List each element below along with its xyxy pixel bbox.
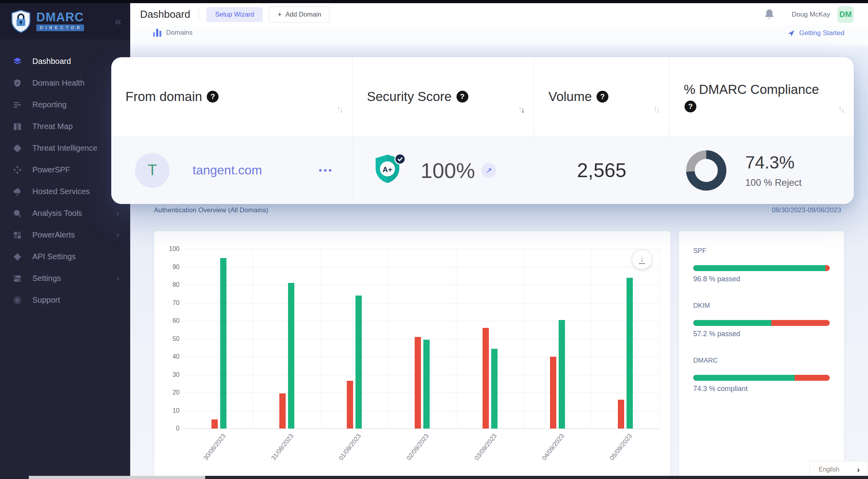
setup-wizard-button[interactable]: Setup Wizard (206, 7, 263, 22)
notifications-bell-icon[interactable] (763, 8, 775, 21)
gridline-vertical (591, 249, 592, 428)
gridline-vertical (320, 249, 321, 428)
horizontal-scrollbar-thumb[interactable] (205, 476, 868, 479)
sidebar-item-label: Domain Health (32, 79, 84, 88)
x-axis-tick-label: 04/09/2023 (541, 432, 566, 462)
bar-invalid (618, 400, 624, 428)
brand-text: DMARC DIRECTOR (36, 11, 84, 31)
gridline-vertical (524, 249, 524, 428)
brand-title: DMARC (36, 11, 84, 23)
bar-invalid (550, 357, 556, 428)
download-icon: ↓ (640, 255, 644, 262)
sidebar-item-label: PowerAlerts (32, 230, 75, 240)
y-axis-tick-label: 30 (172, 371, 180, 378)
brand-logo: DMARC DIRECTOR « (0, 3, 130, 39)
metric-progress-bar (693, 320, 830, 326)
bar-compliant (288, 283, 294, 428)
sidebar-item-analysis-tools[interactable]: Analysis Tools› (0, 202, 130, 224)
user-name[interactable]: Doug McKay (792, 11, 830, 19)
cloud-icon (13, 187, 22, 196)
sidebar-item-powerspf[interactable]: PowerSPF (0, 159, 130, 181)
sidebar-item-threat-intelligence[interactable]: Threat Intelligence (0, 137, 130, 159)
gridline: 80 (185, 285, 659, 285)
bar-invalid (415, 337, 421, 428)
auth-metrics-card: SPF96.8 % passedDKIM57.2 % passedDMARC74… (679, 231, 844, 479)
gridline: 100 (185, 249, 659, 249)
page-title: Dashboard (140, 8, 190, 21)
chevron-right-icon: › (116, 208, 119, 219)
search-icon (13, 209, 22, 218)
header-label: % DMARC Compliance (684, 81, 831, 99)
compliance-policy: 100 % Reject (745, 177, 802, 188)
sidebar-item-poweralerts[interactable]: PowerAlerts› (0, 224, 130, 246)
column-dmarc-compliance: % DMARC Compliance ? ↑↓ 74.3% (670, 57, 854, 204)
help-icon[interactable]: ? (597, 91, 608, 103)
metric-progress-bar (693, 265, 830, 271)
sidebar-collapse-icon[interactable]: « (115, 15, 122, 27)
domains-label: Domains (166, 29, 193, 37)
trend-arrow-button[interactable]: ↗ (481, 163, 496, 178)
horizontal-scrollbar[interactable] (29, 476, 868, 479)
bar-invalid (211, 419, 218, 428)
sidebar-item-settings[interactable]: Settings› (0, 268, 130, 289)
spf-icon (13, 165, 22, 175)
cell-security-score: A+ 100% ↗ (353, 152, 534, 189)
metric-progress-fill (693, 320, 771, 326)
bar-compliant (627, 278, 633, 428)
y-axis-tick-label: 90 (172, 264, 180, 271)
bar-compliant (423, 340, 430, 428)
x-axis-tick-label: 31/08/2023 (270, 432, 295, 462)
metric-label: DKIM (693, 302, 830, 310)
metric-label: SPF (693, 247, 830, 255)
sort-icon[interactable]: ↑↓ (653, 104, 659, 113)
x-axis-tick-label: 30/08/2023 (202, 432, 227, 462)
sort-icon[interactable]: ↑↓ (838, 104, 844, 113)
add-domain-button[interactable]: +Add Domain (269, 7, 329, 22)
help-icon[interactable]: ? (456, 91, 468, 103)
domain-avatar: T (135, 153, 170, 188)
gridline: 20 (185, 393, 659, 393)
help-icon[interactable]: ? (685, 101, 696, 112)
user-avatar[interactable]: DM (837, 6, 854, 23)
sort-icon[interactable]: ↑↓ (337, 104, 342, 113)
sidebar-item-hosted-services[interactable]: Hosted Services (0, 181, 130, 202)
sort-icon[interactable]: ↑↓ (518, 104, 524, 113)
topbar-right: Doug McKay DM (763, 6, 854, 23)
x-axis-tick-label: 03/09/2023 (473, 432, 498, 462)
sidebar-item-support[interactable]: Support (0, 289, 130, 311)
header-security-score: Security Score ? ↑↓ (353, 57, 534, 136)
gridline-vertical (253, 249, 253, 428)
chart-download-button[interactable]: ↓ (632, 250, 651, 269)
svg-text:A+: A+ (383, 165, 393, 174)
topbar: Dashboard Setup Wizard +Add Domain Doug … (130, 3, 868, 26)
section-date-range: 08/30/2023-09/06/2023 (772, 206, 841, 214)
help-icon[interactable]: ? (207, 91, 219, 103)
y-axis-tick-label: 0 (176, 425, 180, 432)
domain-link[interactable]: tangent.com (193, 163, 262, 178)
metric-progress-bar (693, 375, 830, 381)
x-axis-tick-label: 05/09/2023 (608, 432, 633, 462)
sidebar-item-threat-map[interactable]: Threat Map (0, 116, 130, 137)
chart-plot: 010203040506070809010030/08/202331/08/20… (185, 249, 659, 428)
cell-dmarc-compliance: 74.3% 100 % Reject (670, 150, 854, 191)
sidebar-item-label: Threat Map (32, 122, 73, 131)
map-icon (13, 122, 22, 131)
column-from-domain: From domain ? ↑↓ T tangent.com ••• (111, 57, 353, 204)
y-axis-tick-label: 10 (172, 407, 180, 414)
cell-from-domain: T tangent.com ••• (111, 153, 352, 188)
domains-panel-link[interactable]: Domains (153, 29, 193, 37)
row-menu-icon[interactable]: ••• (319, 165, 333, 176)
sidebar-item-dashboard[interactable]: Dashboard (0, 51, 130, 72)
getting-started-label: Getting Started (799, 29, 844, 37)
sidebar: DMARC DIRECTOR « DashboardDomain HealthR… (0, 3, 130, 479)
sidebar-item-label: Hosted Services (32, 187, 90, 196)
table-row: A+ 100% ↗ (353, 136, 534, 204)
bar-compliant (491, 349, 498, 428)
y-axis-tick-label: 70 (172, 299, 180, 307)
sidebar-item-api-settings[interactable]: API Settings (0, 246, 130, 268)
gridline: 10 (185, 411, 659, 411)
y-axis-tick-label: 100 (169, 245, 180, 253)
bolt-icon (13, 296, 22, 305)
sidebar-item-reporting[interactable]: Reporting (0, 94, 130, 116)
sidebar-item-domain-health[interactable]: Domain Health (0, 72, 130, 94)
